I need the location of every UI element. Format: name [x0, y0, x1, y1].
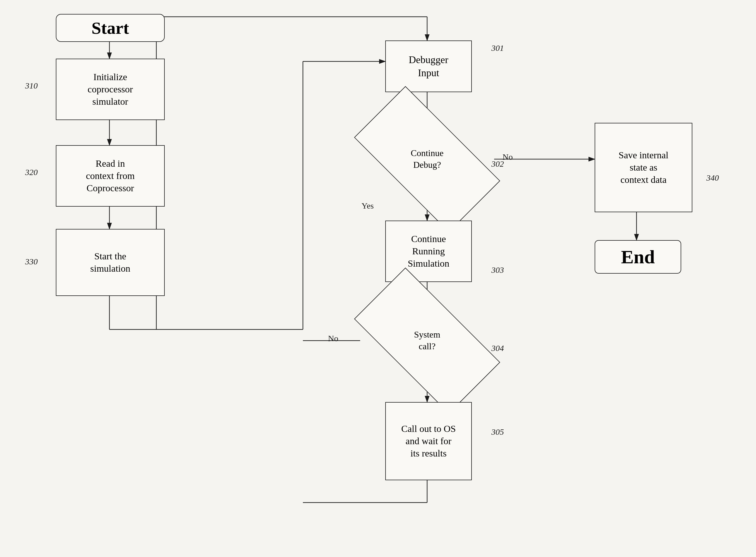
yes-label: Yes — [362, 201, 374, 210]
no-label-1: No — [503, 152, 513, 162]
ref-305: 305 — [491, 427, 504, 437]
sim-start-box: Start the simulation — [56, 229, 165, 296]
save-state-box: Save internal state as context data — [595, 123, 692, 212]
ref-301: 301 — [491, 43, 504, 53]
continue-running-box: Continue Running Simulation — [385, 221, 472, 282]
flowchart: Start 310 Initialize coprocessor simulat… — [0, 0, 756, 557]
init-box: Initialize coprocessor simulator — [56, 59, 165, 120]
no-label-2: No — [328, 334, 338, 343]
ref-340: 340 — [706, 173, 719, 183]
ref-320: 320 — [25, 168, 38, 177]
continue-debug-diamond: Continue Debug? — [360, 123, 494, 196]
debugger-box: Debugger Input — [385, 40, 472, 92]
start-box: Start — [56, 14, 165, 42]
system-call-diamond: System call? — [360, 304, 494, 377]
end-box: End — [595, 240, 681, 274]
ref-330: 330 — [25, 257, 38, 266]
ref-310: 310 — [25, 81, 38, 90]
ref-303: 303 — [491, 265, 504, 275]
call-os-box: Call out to OS and wait for its results — [385, 402, 472, 480]
read-box: Read in context from Coprocessor — [56, 145, 165, 207]
